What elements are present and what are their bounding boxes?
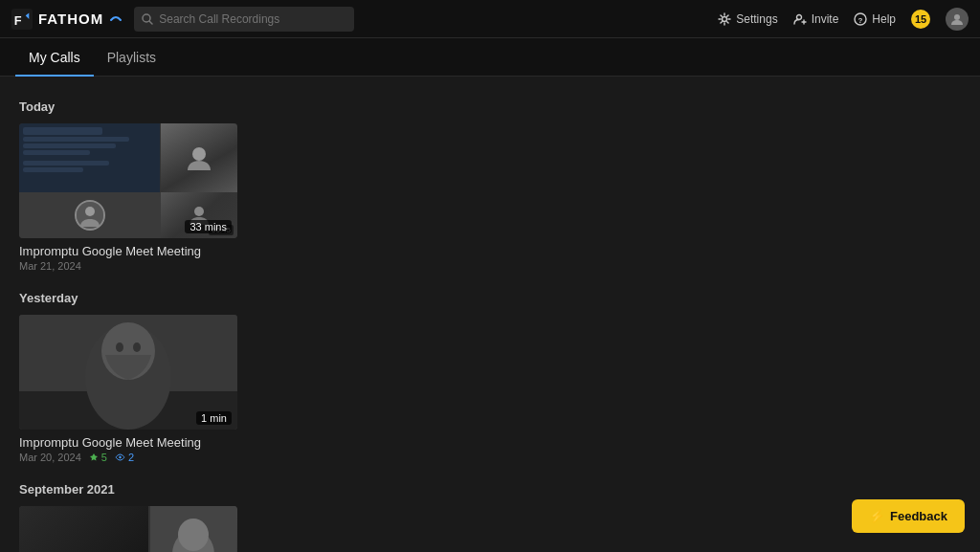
logo-check-icon xyxy=(109,12,122,26)
call-card[interactable]: 00:45 33 mins Impromptu Google Meet Meet… xyxy=(19,123,237,272)
search-bar[interactable] xyxy=(134,7,354,32)
tab-my-calls[interactable]: My Calls xyxy=(15,40,94,77)
help-button[interactable]: ? Help xyxy=(854,12,896,26)
invite-button[interactable]: Invite xyxy=(793,12,839,26)
call-card[interactable] xyxy=(19,506,237,552)
svg-point-4 xyxy=(723,16,727,21)
svg-point-26 xyxy=(178,519,209,551)
svg-point-10 xyxy=(954,14,960,20)
call-date: Mar 21, 2024 xyxy=(19,260,81,272)
call-title: Impromptu Google Meet Meeting xyxy=(19,244,237,258)
svg-point-11 xyxy=(192,147,206,161)
svg-marker-22 xyxy=(90,453,98,461)
section-today: Today xyxy=(19,99,961,272)
svg-point-20 xyxy=(116,342,123,352)
svg-point-5 xyxy=(796,14,801,19)
duration-badge: 1 min xyxy=(196,411,232,425)
tab-playlists[interactable]: Playlists xyxy=(94,40,169,77)
duration-badge: 33 mins xyxy=(185,220,232,233)
views-badge: 2 xyxy=(115,452,134,463)
svg-text:F: F xyxy=(14,12,23,27)
call-date: Mar 20, 2024 xyxy=(19,452,81,463)
section-sept2021-label: September 2021 xyxy=(19,482,961,497)
call-meta: Mar 21, 2024 xyxy=(19,260,237,272)
section-sept2021: September 2021 xyxy=(19,482,961,552)
calls-row-sept xyxy=(19,506,961,552)
person-silhouette-icon xyxy=(185,144,213,172)
help-icon: ? xyxy=(854,12,867,26)
search-input[interactable] xyxy=(159,12,341,26)
call-card[interactable]: 1 min Impromptu Google Meet Meeting Mar … xyxy=(19,315,237,463)
notifications-badge[interactable]: 15 xyxy=(911,10,930,29)
call-thumbnail: 00:45 33 mins xyxy=(19,123,237,238)
settings-button[interactable]: Settings xyxy=(718,12,777,26)
svg-point-23 xyxy=(119,456,121,458)
svg-point-14 xyxy=(194,207,204,216)
call-meta: Mar 20, 2024 5 2 xyxy=(19,452,237,463)
top-nav: F FATHOM Settings xyxy=(0,0,980,38)
feedback-icon: ⚡ xyxy=(869,509,884,523)
section-yesterday: Yesterday xyxy=(19,291,961,463)
calls-row-today: 00:45 33 mins Impromptu Google Meet Meet… xyxy=(19,123,961,272)
gear-icon xyxy=(718,12,731,26)
main-content: Today xyxy=(0,77,980,552)
section-yesterday-label: Yesterday xyxy=(19,291,961,305)
fathom-logo-icon: F xyxy=(11,9,33,30)
call-thumbnail xyxy=(19,506,237,552)
avatar[interactable] xyxy=(946,8,969,31)
call-title: Impromptu Google Meet Meeting xyxy=(19,435,237,450)
eye-icon xyxy=(115,453,125,461)
search-icon xyxy=(142,13,153,25)
section-today-label: Today xyxy=(19,99,961,114)
call-thumbnail: 1 min xyxy=(19,315,237,430)
svg-point-13 xyxy=(85,207,95,216)
person-add-icon xyxy=(793,12,807,26)
svg-line-3 xyxy=(149,21,152,24)
star-icon xyxy=(89,453,99,462)
user-avatar-icon xyxy=(949,11,965,27)
highlights-badge: 5 xyxy=(89,452,107,463)
avatar-small-icon xyxy=(77,202,103,229)
app-logo[interactable]: F FATHOM xyxy=(11,9,122,30)
person-sept-icon xyxy=(150,506,236,552)
feedback-button[interactable]: ⚡ Feedback xyxy=(852,499,965,533)
nav-right: Settings Invite ? Help 15 xyxy=(718,8,969,31)
svg-text:?: ? xyxy=(858,15,863,24)
svg-point-21 xyxy=(133,342,141,352)
tab-bar: My Calls Playlists xyxy=(0,38,980,77)
calls-row-yesterday: 1 min Impromptu Google Meet Meeting Mar … xyxy=(19,315,961,463)
